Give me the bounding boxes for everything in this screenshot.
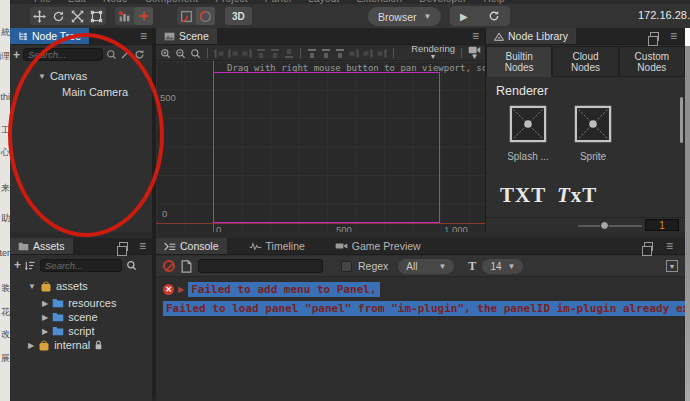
create-asset-icon[interactable]: +: [14, 258, 21, 272]
section-title-renderer: Renderer: [496, 84, 548, 98]
expand-arrow-icon[interactable]: ▼: [38, 72, 46, 81]
rect-tool-icon[interactable]: [87, 7, 106, 25]
tab-node-tree[interactable]: Node Tree: [10, 28, 89, 44]
locate-node-icon[interactable]: [120, 49, 131, 60]
console-log-row[interactable]: ✕ ▶ Failed to add menu to Panel,: [163, 282, 380, 297]
node-item-sprite[interactable]: Sprite: [563, 105, 623, 162]
sort-assets-icon[interactable]: [25, 260, 36, 271]
preview-browser-select[interactable]: Browser ▼: [368, 7, 441, 26]
rotate-tool-icon[interactable]: [49, 7, 68, 25]
panel-menu-icon[interactable]: ≡: [140, 30, 147, 42]
font-size-select[interactable]: 14 ▼: [482, 259, 523, 274]
tab-label: Node Library: [508, 30, 568, 42]
asset-row-script[interactable]: ▶ script: [42, 325, 94, 337]
tab-scene[interactable]: Scene: [156, 28, 217, 44]
float-panel-icon[interactable]: [644, 242, 653, 251]
font-size-value: 14: [490, 261, 501, 272]
tab-builtin-nodes[interactable]: Builtin Nodes: [486, 46, 552, 77]
log-level-select[interactable]: All ▼: [398, 259, 454, 274]
asset-row-assets[interactable]: ▼ assets: [28, 280, 88, 292]
collapse-logs-icon[interactable]: ▼: [666, 260, 678, 272]
refresh-tree-icon[interactable]: [134, 49, 145, 60]
chevron-down-icon: ▼: [438, 262, 446, 271]
align-top-icon[interactable]: [256, 49, 266, 58]
richtext-node-item[interactable]: TxT: [557, 183, 597, 208]
search-type-icon[interactable]: [106, 49, 117, 60]
add-component-icon[interactable]: [134, 7, 153, 25]
asset-row-scene[interactable]: ▶ scene: [42, 311, 98, 323]
panel-menu-icon[interactable]: ≡: [670, 30, 677, 42]
zoom-out-icon[interactable]: [175, 48, 186, 59]
expand-arrow-icon[interactable]: ▶: [42, 299, 48, 308]
refresh-button[interactable]: [488, 10, 500, 22]
thumbnail-zoom-slider[interactable]: [578, 225, 642, 227]
scene-viewport[interactable]: Drag with right mouse button to pan view…: [156, 61, 485, 232]
node-label: Canvas: [50, 70, 87, 82]
chevron-down-icon: ▼: [508, 262, 516, 271]
expand-arrow-icon[interactable]: ▶: [42, 313, 48, 322]
zoom-in-icon[interactable]: [160, 48, 171, 59]
bg-text-fragment: thi: [0, 92, 10, 102]
align-bottom-icon[interactable]: [284, 49, 294, 58]
distribute-v-top-icon[interactable]: [350, 48, 359, 58]
asset-row-internal[interactable]: ▶ internal: [28, 339, 103, 351]
scrollbar[interactable]: [680, 97, 683, 143]
align-right-icon[interactable]: [243, 48, 252, 58]
expand-arrow-icon[interactable]: ▼: [28, 282, 36, 291]
fit-canvas-icon[interactable]: [177, 7, 196, 25]
error-icon: ✕: [163, 284, 174, 295]
assets-toolbar: +: [10, 256, 152, 274]
expand-arrow-icon[interactable]: ▶: [28, 341, 34, 350]
slider-handle[interactable]: [600, 221, 609, 230]
distribute-v-bottom-icon[interactable]: [378, 48, 387, 58]
align-center-h-icon[interactable]: [229, 48, 238, 58]
float-panel-icon[interactable]: [650, 32, 659, 41]
mode-3d-button[interactable]: 3D: [225, 7, 252, 25]
tree-node-canvas[interactable]: ▼ Canvas: [38, 70, 87, 82]
expand-log-icon[interactable]: ▶: [178, 285, 184, 294]
camera-view-dropdown[interactable]: ▼: [468, 46, 481, 60]
create-node-icon[interactable]: +: [13, 48, 20, 62]
move-tool-icon[interactable]: [30, 7, 49, 25]
scale-tool-icon[interactable]: [68, 7, 87, 25]
tab-cloud-nodes[interactable]: Cloud Nodes: [552, 46, 618, 77]
search-icon[interactable]: [126, 260, 137, 271]
rendering-dropdown[interactable]: Rendering ▼: [411, 45, 455, 61]
distribute-h-left-icon[interactable]: [307, 49, 317, 58]
tab-assets[interactable]: Assets: [10, 238, 73, 254]
open-log-file-icon[interactable]: [181, 260, 192, 273]
regex-checkbox[interactable]: [341, 261, 352, 272]
play-button[interactable]: ▶: [460, 11, 468, 22]
tab-custom-nodes[interactable]: Custom Nodes: [619, 46, 685, 77]
panel-menu-icon[interactable]: ≡: [139, 240, 146, 252]
distribute-v-middle-icon[interactable]: [364, 48, 373, 58]
tab-console[interactable]: Console: [156, 238, 227, 254]
scene-toolbar: Rendering ▼ ▼: [156, 46, 485, 61]
tab-node-library[interactable]: Node Library: [486, 28, 576, 44]
profiler-icon[interactable]: [115, 7, 134, 25]
float-panel-icon[interactable]: [119, 242, 128, 251]
panel-menu-icon[interactable]: ≡: [472, 30, 479, 42]
tab-timeline[interactable]: Timeline: [241, 238, 313, 254]
panel-menu-icon[interactable]: ≡: [666, 240, 673, 252]
clear-console-icon[interactable]: [163, 260, 175, 272]
console-filter-input[interactable]: [198, 259, 323, 273]
tree-node-main-camera[interactable]: Main Camera: [62, 86, 128, 98]
distribute-h-right-icon[interactable]: [335, 49, 345, 58]
align-left-icon[interactable]: [215, 48, 224, 58]
label-node-item[interactable]: TXT: [500, 183, 546, 208]
console-log-row[interactable]: Failed to load panel "panel" from "im-pl…: [163, 301, 690, 316]
distribute-h-center-icon[interactable]: [321, 49, 331, 58]
asset-search-input[interactable]: [40, 259, 122, 272]
thumbnail-zoom-value[interactable]: 1: [645, 219, 679, 231]
asset-row-resources[interactable]: ▶ resources: [42, 297, 116, 309]
node-search-input[interactable]: [23, 48, 103, 61]
fit-node-icon[interactable]: [196, 7, 215, 25]
timeline-icon: [249, 242, 262, 251]
zoom-reset-icon[interactable]: [190, 48, 201, 59]
node-item-splash[interactable]: Splash ...: [498, 105, 558, 162]
tab-game-preview[interactable]: Game Preview: [327, 238, 429, 254]
align-middle-icon[interactable]: [270, 49, 280, 58]
expand-arrow-icon[interactable]: ▶: [42, 327, 48, 336]
bg-text-fragment: x 展: [0, 352, 10, 365]
